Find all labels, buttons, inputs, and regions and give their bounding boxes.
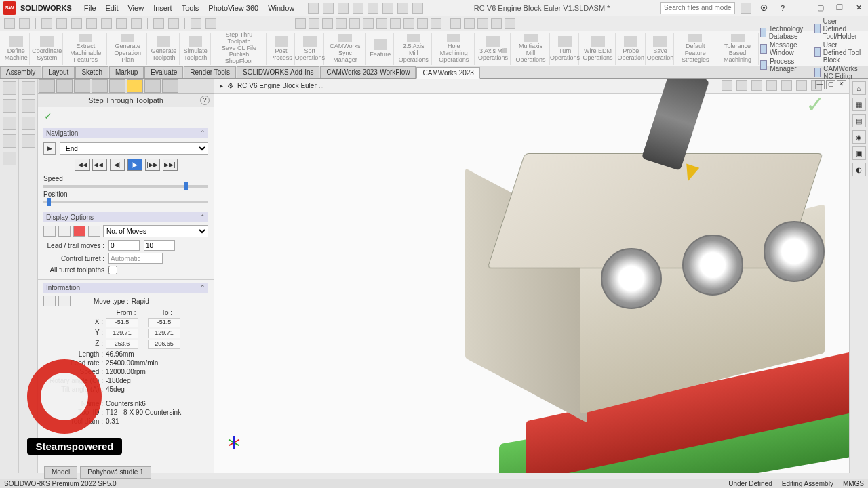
step-fwd-button[interactable]: |▶ — [127, 159, 142, 171]
goto-end-button[interactable]: ▶▶| — [163, 159, 178, 171]
ribbon-step-thru[interactable]: Step Thru ToolpathSave CL FilePublish Sh… — [212, 33, 267, 65]
new-icon[interactable] — [323, 3, 334, 14]
opt-icon[interactable] — [58, 226, 71, 237]
ribbon-coord-sys[interactable]: Coordinate System — [31, 33, 63, 65]
search-input[interactable] — [660, 2, 735, 14]
forum-icon[interactable]: ◐ — [852, 163, 866, 176]
ribbon-25axis[interactable]: 2.5 Axis Mill Operations — [395, 33, 432, 65]
view-icon[interactable] — [309, 18, 319, 29]
user-icon[interactable]: ⦿ — [757, 2, 770, 14]
menu-file[interactable]: File — [84, 4, 96, 12]
options-icon[interactable] — [412, 3, 423, 14]
view-icon[interactable] — [390, 18, 401, 29]
vp-close-icon[interactable]: ✕ — [837, 80, 846, 89]
qt-icon[interactable] — [86, 18, 97, 29]
tab-model[interactable]: Model — [44, 466, 77, 479]
vp-icon[interactable] — [781, 80, 792, 91]
menu-insert[interactable]: Insert — [153, 4, 172, 12]
open-icon[interactable] — [338, 3, 349, 14]
ribbon-udtb[interactable]: User Defined Tool Block — [814, 41, 861, 64]
appearances-icon[interactable]: ◉ — [852, 130, 866, 144]
ribbon-multi[interactable]: Multiaxis Mill Operations — [512, 33, 550, 65]
qt-icon[interactable] — [4, 18, 15, 29]
tab-sketch[interactable]: Sketch — [75, 66, 108, 78]
ribbon-probe[interactable]: Probe Operation — [617, 33, 646, 65]
minimize-icon[interactable]: — — [795, 2, 808, 14]
qt-icon[interactable] — [19, 18, 30, 29]
nav-mode-select[interactable]: End — [60, 142, 208, 155]
step-back-button[interactable]: ◀| — [110, 159, 125, 171]
play-button[interactable]: ▶ — [43, 142, 56, 155]
view-triad-icon[interactable] — [224, 432, 244, 453]
ribbon-simulate[interactable]: Simulate Toolpath — [181, 33, 211, 65]
strip-icon[interactable] — [3, 117, 16, 130]
menu-tools[interactable]: Tools — [182, 4, 199, 12]
view-icon[interactable] — [363, 18, 374, 29]
view-icon[interactable] — [349, 18, 360, 29]
resources-icon[interactable]: ▦ — [852, 98, 866, 111]
opt-icon[interactable] — [73, 226, 85, 237]
redo-icon[interactable] — [397, 3, 408, 14]
ribbon-tol[interactable]: Tolerance Based Machining — [717, 33, 759, 65]
strip-icon[interactable] — [3, 152, 16, 165]
ribbon-turn[interactable]: Turn Operations — [551, 33, 579, 65]
save-icon[interactable] — [353, 3, 363, 14]
ribbon-sync[interactable]: CAMWorks Sync Manager — [326, 33, 366, 65]
ribbon-tech-db[interactable]: Technology Database — [760, 25, 807, 40]
ribbon-msg-win[interactable]: Message Window — [760, 41, 807, 56]
turret-input[interactable] — [108, 253, 163, 264]
qt-icon[interactable] — [131, 18, 142, 29]
tab-cw-workflow[interactable]: CAMWorks 2023-WorkFlow — [320, 66, 416, 78]
trail-input[interactable] — [144, 240, 175, 251]
fm-tab-icon[interactable] — [56, 79, 73, 93]
home-icon[interactable] — [308, 3, 319, 14]
view-icon[interactable] — [417, 18, 428, 29]
fm-tab-icon[interactable] — [39, 79, 55, 93]
ribbon-feature[interactable]: Feature — [367, 33, 394, 65]
tab-motion-study[interactable]: Pohybová studie 1 — [80, 466, 151, 479]
qt-icon[interactable] — [205, 18, 216, 29]
strip-icon[interactable] — [22, 81, 35, 95]
qt-icon[interactable] — [191, 18, 201, 29]
strip-icon[interactable] — [22, 117, 35, 130]
vp-icon[interactable] — [766, 80, 777, 91]
breadcrumb[interactable]: RC V6 Engine Block Euler ... — [237, 82, 324, 89]
tab-markup[interactable]: Markup — [109, 66, 144, 78]
menu-edit[interactable]: Edit — [106, 4, 119, 12]
section-display[interactable]: Display Options⌃ — [43, 212, 208, 222]
tab-addins[interactable]: SOLIDWORKS Add-Ins — [237, 66, 319, 78]
help-icon[interactable]: ? — [776, 2, 789, 14]
info-icon[interactable] — [43, 296, 56, 306]
info-icon[interactable] — [58, 296, 71, 306]
vp-icon[interactable] — [736, 80, 747, 91]
step-icon[interactable] — [505, 18, 515, 29]
ribbon-3axis[interactable]: 3 Axis Mill Operations — [476, 33, 511, 65]
view-icon[interactable] — [322, 18, 333, 29]
graphics-viewport[interactable]: ▸ ⚙ RC V6 Engine Block Euler ... — ▢ ✕ ✓ — [214, 79, 849, 473]
lead-input[interactable] — [108, 240, 140, 251]
strip-icon[interactable] — [3, 81, 16, 95]
ribbon-def-strat[interactable]: Default Feature Strategies — [675, 33, 715, 65]
fm-tab-icon[interactable] — [144, 79, 161, 93]
vp-icon[interactable] — [722, 80, 732, 91]
ribbon-gen-tp[interactable]: Generate Toolpath — [149, 33, 179, 65]
vp-max-icon[interactable]: ▢ — [826, 80, 835, 89]
strip-icon[interactable] — [22, 99, 35, 113]
qt-icon[interactable] — [168, 18, 179, 29]
section-navigation[interactable]: Navigation⌃ — [43, 128, 208, 138]
all-turret-checkbox[interactable] — [108, 266, 117, 274]
menu-view[interactable]: View — [127, 4, 144, 12]
fm-tab-icon[interactable] — [74, 79, 90, 93]
tab-evaluate[interactable]: Evaluate — [144, 66, 183, 78]
view-icon[interactable] — [431, 18, 441, 29]
ribbon-save-op[interactable]: Save Operation — [647, 33, 674, 65]
search-icon[interactable] — [741, 3, 751, 14]
accept-check-icon[interactable]: ✓ — [806, 91, 830, 115]
tab-layout[interactable]: Layout — [42, 66, 75, 78]
strip-icon[interactable] — [22, 134, 35, 148]
qt-icon[interactable] — [116, 18, 127, 29]
view-icon[interactable] — [403, 18, 414, 29]
opt-icon[interactable] — [43, 226, 56, 237]
tab-render[interactable]: Render Tools — [184, 66, 236, 78]
pause-icon[interactable] — [464, 18, 475, 29]
